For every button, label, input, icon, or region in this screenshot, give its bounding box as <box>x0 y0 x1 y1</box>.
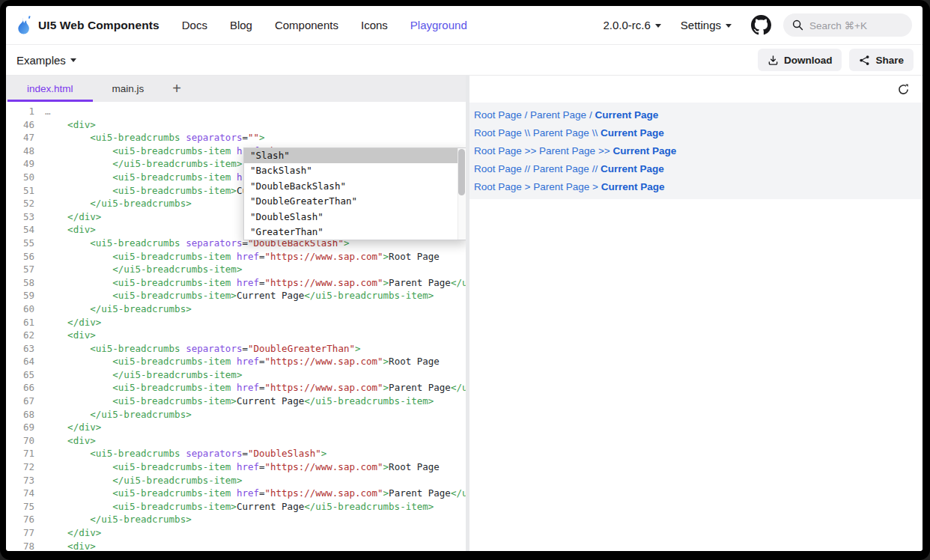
line-content: <ui5-breadcrumbs separators=""> <box>34 131 265 144</box>
nav-item-playground[interactable]: Playground <box>410 19 467 31</box>
autocomplete-item[interactable]: "DoubleBackSlash" <box>244 179 466 194</box>
refresh-button[interactable] <box>896 82 911 97</box>
examples-label: Examples <box>16 54 66 67</box>
code-token: href <box>237 277 259 288</box>
code-token: "DoubleSlash" <box>248 448 321 459</box>
tab-index.html[interactable]: index.html <box>7 76 93 102</box>
add-tab-button[interactable]: + <box>163 76 190 102</box>
examples-menu[interactable]: Examples <box>16 54 76 67</box>
code-token: "https://www.sap.com" <box>265 356 383 367</box>
code-token: <ui5-breadcrumbs-item <box>112 171 231 183</box>
code-token <box>45 303 90 314</box>
brand-title: UI5 Web Components <box>38 19 159 32</box>
code-token: </ui5-breadcrumbs-item> <box>451 277 466 288</box>
breadcrumb-link[interactable]: Root Page <box>474 109 522 121</box>
share-icon <box>859 55 870 66</box>
breadcrumb-link[interactable]: Root Page <box>474 145 522 156</box>
code-token: <div> <box>67 541 96 551</box>
code-token: "DoubleGreaterThan" <box>248 343 355 354</box>
version-menu[interactable]: 2.0.0-rc.6 <box>603 19 660 31</box>
line-content: <ui5-breadcrumbs separators="DoubleSlash… <box>34 447 326 460</box>
breadcrumb-link[interactable]: Root Page <box>474 181 522 192</box>
editor-tabs: index.htmlmain.js <box>7 76 163 102</box>
tab-main.js[interactable]: main.js <box>93 76 164 102</box>
github-link[interactable] <box>751 15 771 35</box>
breadcrumb-separator: // <box>522 163 533 174</box>
code-line: 1… <box>6 105 466 118</box>
brand[interactable]: UI5 Web Components <box>15 15 159 35</box>
code-token <box>231 251 237 262</box>
code-token: <ui5-breadcrumbs <box>90 448 180 459</box>
code-editor: index.htmlmain.js + 1…46 <div>47 <ui5-br… <box>6 76 466 551</box>
line-number: 70 <box>6 434 34 448</box>
nav-item-icons[interactable]: Icons <box>361 19 388 31</box>
line-number: 73 <box>6 474 34 487</box>
code-token: Current Page <box>237 290 304 301</box>
search-input[interactable]: Search ⌘+K <box>783 13 912 37</box>
breadcrumb-link[interactable]: Parent Page <box>533 181 589 192</box>
code-token <box>231 277 237 288</box>
autocomplete-item[interactable]: "Slash" <box>244 148 466 163</box>
autocomplete-scrollbar[interactable] <box>458 148 466 240</box>
line-number: 71 <box>6 447 34 460</box>
share-button[interactable]: Share <box>849 49 914 71</box>
code-token: </ui5-breadcrumbs-item> <box>112 475 242 486</box>
code-token <box>45 475 112 486</box>
line-number: 51 <box>6 184 34 198</box>
search-placeholder: Search ⌘+K <box>809 19 867 31</box>
top-navbar: UI5 Web Components DocsBlogComponentsIco… <box>6 6 923 45</box>
autocomplete-dropdown: "Slash""BackSlash""DoubleBackSlash""Doub… <box>243 147 466 240</box>
breadcrumb-link[interactable]: Root Page <box>474 127 522 139</box>
breadcrumb-link[interactable]: Root Page <box>474 163 522 174</box>
line-content: </ui5-breadcrumbs-item> <box>34 263 242 276</box>
code-token: </ui5-breadcrumbs-item> <box>112 158 242 169</box>
code-token: > <box>383 487 389 499</box>
download-label: Download <box>784 55 833 66</box>
code-token: </ui5-breadcrumbs> <box>90 303 191 314</box>
line-number: 64 <box>6 355 34 368</box>
nav-item-blog[interactable]: Blog <box>230 19 252 31</box>
nav-item-components[interactable]: Components <box>275 19 338 31</box>
screenshot-frame: UI5 Web Components DocsBlogComponentsIco… <box>0 0 930 560</box>
code-token <box>45 448 90 459</box>
breadcrumb-link[interactable]: Parent Page <box>530 109 586 121</box>
breadcrumb-separator: // <box>589 163 601 174</box>
code-token: href <box>237 461 259 472</box>
breadcrumb-link[interactable]: Parent Page <box>539 145 595 156</box>
breadcrumb-link[interactable]: Parent Page <box>533 163 589 174</box>
autocomplete-item[interactable]: "GreaterThan" <box>244 225 466 240</box>
version-label: 2.0.0-rc.6 <box>603 19 650 31</box>
code-token: = <box>259 356 265 367</box>
settings-menu[interactable]: Settings <box>681 19 732 31</box>
code-line: 60 </ui5-breadcrumbs> <box>6 302 466 316</box>
code-token <box>231 171 237 183</box>
code-line: 62 <div> <box>6 329 466 342</box>
code-token: "https://www.sap.com" <box>265 251 383 262</box>
code-token <box>45 277 112 288</box>
code-token <box>45 501 112 512</box>
code-token: </ui5-breadcrumbs-item> <box>112 264 242 275</box>
share-label: Share <box>875 55 904 66</box>
autocomplete-item[interactable]: "BackSlash" <box>244 163 466 178</box>
breadcrumb-separator: / <box>586 109 595 121</box>
breadcrumb-link[interactable]: Parent Page <box>533 127 589 139</box>
chevron-down-icon <box>726 24 732 28</box>
code-token: href <box>237 251 259 262</box>
line-content: </div> <box>34 526 101 540</box>
autocomplete-items: "Slash""BackSlash""DoubleBackSlash""Doub… <box>244 148 466 240</box>
scrollbar-thumb[interactable] <box>458 149 465 195</box>
code-token: Parent Page <box>389 277 451 288</box>
autocomplete-item[interactable]: "DoubleSlash" <box>244 210 466 225</box>
line-number: 1 <box>6 105 34 118</box>
code-line: 73 </ui5-breadcrumbs-item> <box>6 474 466 487</box>
code-token <box>45 224 67 235</box>
preview-panel: Root Page / Parent Page / Current PageRo… <box>469 76 923 551</box>
header-nav: DocsBlogComponentsIconsPlayground <box>182 19 467 31</box>
code-token <box>45 185 112 196</box>
autocomplete-item[interactable]: "DoubleGreaterThan" <box>244 194 466 209</box>
code-token <box>45 317 67 328</box>
download-button[interactable]: Download <box>758 49 842 71</box>
line-content: <div> <box>34 434 96 448</box>
line-number: 63 <box>6 342 34 356</box>
nav-item-docs[interactable]: Docs <box>182 19 207 31</box>
